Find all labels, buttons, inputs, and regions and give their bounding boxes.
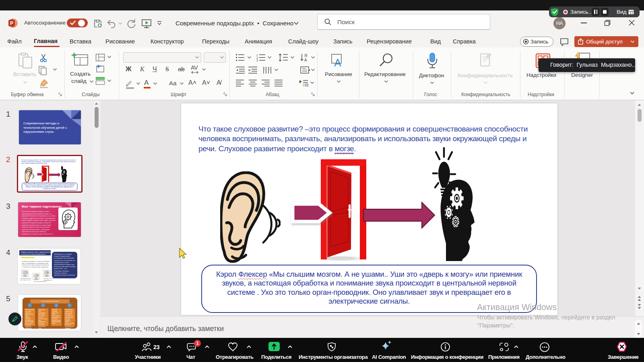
svg-text:A: A — [334, 57, 341, 68]
svg-text:P: P — [10, 21, 13, 26]
svg-text:Я: Я — [304, 53, 307, 58]
svg-text:1: 1 — [256, 54, 258, 57]
svg-text:3: 3 — [256, 59, 258, 62]
svg-text:А: А — [304, 58, 307, 62]
